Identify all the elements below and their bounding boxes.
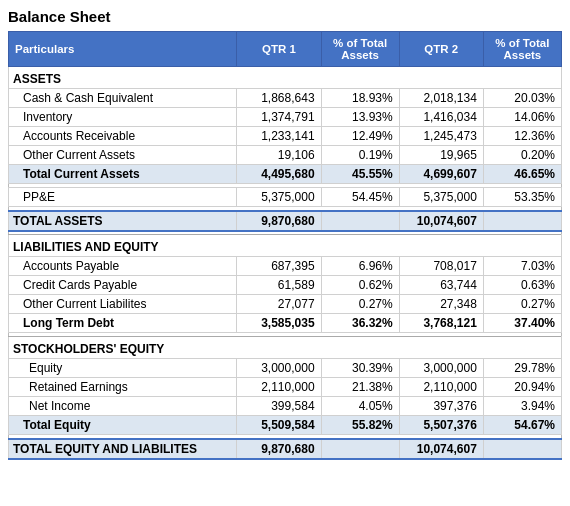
ni-p2: 3.94% xyxy=(483,397,561,416)
cash-q2: 2,018,134 xyxy=(399,89,483,108)
cash-row: Cash & Cash Equivalent 1,868,643 18.93% … xyxy=(9,89,562,108)
ocl-q2: 27,348 xyxy=(399,295,483,314)
total-equity-label: Total Equity xyxy=(9,416,237,435)
col-particulars: Particulars xyxy=(9,32,237,67)
retained-row: Retained Earnings 2,110,000 21.38% 2,110… xyxy=(9,378,562,397)
te-q2: 5,507,376 xyxy=(399,416,483,435)
inventory-p2: 14.06% xyxy=(483,108,561,127)
ppe-q2: 5,375,000 xyxy=(399,188,483,207)
oca-q1: 19,106 xyxy=(237,146,321,165)
ltd-p1: 36.32% xyxy=(321,314,399,333)
total-equity-row: Total Equity 5,509,584 55.82% 5,507,376 … xyxy=(9,416,562,435)
ar-p2: 12.36% xyxy=(483,127,561,146)
col-qtr1: QTR 1 xyxy=(237,32,321,67)
cash-p1: 18.93% xyxy=(321,89,399,108)
liabilities-label: LIABILITIES AND EQUITY xyxy=(9,235,562,257)
ar-q2: 1,245,473 xyxy=(399,127,483,146)
net-income-label: Net Income xyxy=(9,397,237,416)
cc-q1: 61,589 xyxy=(237,276,321,295)
oca-row: Other Current Assets 19,106 0.19% 19,965… xyxy=(9,146,562,165)
cc-p2: 0.63% xyxy=(483,276,561,295)
cash-label: Cash & Cash Equivalent xyxy=(9,89,237,108)
inventory-label: Inventory xyxy=(9,108,237,127)
oca-p2: 0.20% xyxy=(483,146,561,165)
tel-p2 xyxy=(483,439,561,459)
col-pct2: % of Total Assets xyxy=(483,32,561,67)
ta-q1: 9,870,680 xyxy=(237,211,321,231)
re-p1: 21.38% xyxy=(321,378,399,397)
ap-label: Accounts Payable xyxy=(9,257,237,276)
cc-row: Credit Cards Payable 61,589 0.62% 63,744… xyxy=(9,276,562,295)
net-income-row: Net Income 399,584 4.05% 397,376 3.94% xyxy=(9,397,562,416)
ppe-p1: 54.45% xyxy=(321,188,399,207)
ltd-label: Long Term Debt xyxy=(9,314,237,333)
cc-q2: 63,744 xyxy=(399,276,483,295)
ap-row: Accounts Payable 687,395 6.96% 708,017 7… xyxy=(9,257,562,276)
cc-p1: 0.62% xyxy=(321,276,399,295)
ar-label: Accounts Receivable xyxy=(9,127,237,146)
tel-q2: 10,074,607 xyxy=(399,439,483,459)
re-q1: 2,110,000 xyxy=(237,378,321,397)
col-pct1: % of Total Assets xyxy=(321,32,399,67)
oca-p1: 0.19% xyxy=(321,146,399,165)
ltd-q2: 3,768,121 xyxy=(399,314,483,333)
inventory-p1: 13.93% xyxy=(321,108,399,127)
tel-p1 xyxy=(321,439,399,459)
ap-q1: 687,395 xyxy=(237,257,321,276)
liabilities-section-header: LIABILITIES AND EQUITY xyxy=(9,235,562,257)
ppe-q1: 5,375,000 xyxy=(237,188,321,207)
eq-p1: 30.39% xyxy=(321,359,399,378)
tca-p2: 46.65% xyxy=(483,165,561,184)
te-p1: 55.82% xyxy=(321,416,399,435)
ppe-row: PP&E 5,375,000 54.45% 5,375,000 53.35% xyxy=(9,188,562,207)
ar-row: Accounts Receivable 1,233,141 12.49% 1,2… xyxy=(9,127,562,146)
tca-row: Total Current Assets 4,495,680 45.55% 4,… xyxy=(9,165,562,184)
ocl-q1: 27,077 xyxy=(237,295,321,314)
stockholders-section-header: STOCKHOLDERS' EQUITY xyxy=(9,337,562,359)
ni-q1: 399,584 xyxy=(237,397,321,416)
tca-q1: 4,495,680 xyxy=(237,165,321,184)
ltd-p2: 37.40% xyxy=(483,314,561,333)
assets-label: ASSETS xyxy=(9,67,562,89)
ta-p1 xyxy=(321,211,399,231)
te-p2: 54.67% xyxy=(483,416,561,435)
tca-p1: 45.55% xyxy=(321,165,399,184)
ar-q1: 1,233,141 xyxy=(237,127,321,146)
ocl-p2: 0.27% xyxy=(483,295,561,314)
cash-p2: 20.03% xyxy=(483,89,561,108)
re-p2: 20.94% xyxy=(483,378,561,397)
ap-p1: 6.96% xyxy=(321,257,399,276)
ap-p2: 7.03% xyxy=(483,257,561,276)
ni-q2: 397,376 xyxy=(399,397,483,416)
eq-q1: 3,000,000 xyxy=(237,359,321,378)
ltd-row: Long Term Debt 3,585,035 36.32% 3,768,12… xyxy=(9,314,562,333)
inventory-row: Inventory 1,374,791 13.93% 1,416,034 14.… xyxy=(9,108,562,127)
page-title: Balance Sheet xyxy=(8,8,562,25)
eq-p2: 29.78% xyxy=(483,359,561,378)
total-assets-row: TOTAL ASSETS 9,870,680 10,074,607 xyxy=(9,211,562,231)
oca-label: Other Current Assets xyxy=(9,146,237,165)
ta-p2 xyxy=(483,211,561,231)
ppe-p2: 53.35% xyxy=(483,188,561,207)
tel-label: TOTAL EQUITY AND LIABILITES xyxy=(9,439,237,459)
col-qtr2: QTR 2 xyxy=(399,32,483,67)
tca-q2: 4,699,607 xyxy=(399,165,483,184)
stockholders-label: STOCKHOLDERS' EQUITY xyxy=(9,337,562,359)
ocl-label: Other Current Liabilites xyxy=(9,295,237,314)
ta-q2: 10,074,607 xyxy=(399,211,483,231)
ni-p1: 4.05% xyxy=(321,397,399,416)
ppe-label: PP&E xyxy=(9,188,237,207)
ar-p1: 12.49% xyxy=(321,127,399,146)
inventory-q1: 1,374,791 xyxy=(237,108,321,127)
total-equity-liabilities-row: TOTAL EQUITY AND LIABILITES 9,870,680 10… xyxy=(9,439,562,459)
eq-q2: 3,000,000 xyxy=(399,359,483,378)
ltd-q1: 3,585,035 xyxy=(237,314,321,333)
cash-q1: 1,868,643 xyxy=(237,89,321,108)
assets-section-header: ASSETS xyxy=(9,67,562,89)
ocl-row: Other Current Liabilites 27,077 0.27% 27… xyxy=(9,295,562,314)
cc-label: Credit Cards Payable xyxy=(9,276,237,295)
equity-label: Equity xyxy=(9,359,237,378)
inventory-q2: 1,416,034 xyxy=(399,108,483,127)
ap-q2: 708,017 xyxy=(399,257,483,276)
te-q1: 5,509,584 xyxy=(237,416,321,435)
